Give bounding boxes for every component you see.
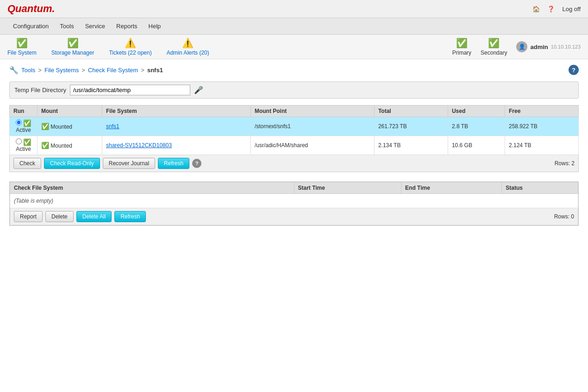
logo-quantum: Quantum bbox=[7, 3, 52, 14]
breadcrumb-checkfs[interactable]: Check File System bbox=[88, 67, 138, 74]
status-storage-manager: ✅ Storage Manager bbox=[51, 37, 94, 56]
nav-configuration[interactable]: Configuration bbox=[7, 19, 54, 33]
run-status: Active bbox=[16, 127, 31, 133]
fs-table: Run Mount File System Mount Point Total … bbox=[9, 105, 579, 155]
breadcrumb-filesystems[interactable]: File Systems bbox=[44, 67, 79, 74]
run-radio-cell: ✅ Active bbox=[10, 117, 38, 136]
check-table-wrap: Check File System Start Time End Time St… bbox=[9, 181, 579, 226]
mount-cell: ✅ Mounted bbox=[38, 117, 102, 136]
secondary-server-status: ✅ Secondary bbox=[481, 37, 507, 56]
run-radio[interactable] bbox=[16, 138, 22, 144]
content: 🔧 Tools > File Systems > Check File Syst… bbox=[0, 59, 588, 231]
admin-alerts-link[interactable]: Admin Alerts (20) bbox=[167, 50, 209, 56]
wrench-icon: 🔧 bbox=[9, 66, 19, 75]
mountpoint-cell: /stornext/snfs1 bbox=[250, 117, 374, 136]
nav-tools[interactable]: Tools bbox=[54, 19, 79, 33]
used-cell: 2.8 TB bbox=[448, 117, 505, 136]
temp-dir-input[interactable] bbox=[70, 85, 190, 95]
filesystem-link[interactable]: snfs1 bbox=[106, 123, 119, 130]
mountpoint-cell: /usr/adic/HAM/shared bbox=[250, 136, 374, 155]
secondary-label: Secondary bbox=[481, 50, 507, 56]
primary-ok-icon: ✅ bbox=[456, 37, 468, 49]
recover-journal-button[interactable]: Recover Journal bbox=[103, 158, 155, 169]
user-avatar: 👤 bbox=[516, 41, 527, 52]
temp-dir-label: Temp File Directory bbox=[14, 87, 66, 93]
help-link[interactable]: ❓ bbox=[547, 6, 555, 12]
home-icon: 🏠 bbox=[532, 6, 540, 12]
mount-ok-icon: ✅ bbox=[41, 142, 49, 149]
statusbar-left: ✅ File System ✅ Storage Manager ⚠️ Ticke… bbox=[7, 37, 209, 56]
free-cell: 2.124 TB bbox=[505, 136, 579, 155]
filesystem-link[interactable]: shared-SV1512CKD10803 bbox=[106, 142, 172, 149]
breadcrumb-tools[interactable]: Tools bbox=[21, 67, 35, 74]
col-used: Used bbox=[448, 106, 505, 117]
check-read-only-button[interactable]: Check Read-Only bbox=[44, 158, 100, 169]
nav-service[interactable]: Service bbox=[80, 19, 111, 33]
nav-reports[interactable]: Reports bbox=[111, 19, 143, 33]
col-mount: Mount bbox=[38, 106, 102, 117]
check-btn-row: Report Delete Delete All Refresh Rows: 0 bbox=[10, 208, 578, 225]
check-col-status: Status bbox=[502, 182, 578, 194]
storage-manager-ok-icon: ✅ bbox=[67, 37, 79, 49]
delete-all-button[interactable]: Delete All bbox=[76, 211, 112, 222]
col-filesystem: File System bbox=[102, 106, 251, 117]
fs-table-body: ✅ Active ✅ Mounted snfs1 /stornext/snfs1… bbox=[10, 117, 579, 155]
mic-icon[interactable]: 🎤 bbox=[194, 86, 203, 94]
status-filesystem: ✅ File System bbox=[7, 37, 37, 56]
run-radio[interactable] bbox=[16, 119, 22, 125]
topbar-right: 🏠 ❓ Log off bbox=[532, 6, 581, 12]
mount-status: Mounted bbox=[50, 124, 72, 130]
topbar: Quantum. 🏠 ❓ Log off bbox=[0, 0, 588, 18]
total-cell: 2.134 TB bbox=[374, 136, 448, 155]
breadcrumb-current: snfs1 bbox=[147, 67, 163, 74]
delete-button[interactable]: Delete bbox=[45, 211, 74, 222]
col-total: Total bbox=[374, 106, 448, 117]
home-link[interactable]: 🏠 bbox=[532, 6, 540, 12]
mount-cell: ✅ Mounted bbox=[38, 136, 102, 155]
filesystem-ok-icon: ✅ bbox=[16, 37, 28, 49]
status-admin-alerts: ⚠️ Admin Alerts (20) bbox=[167, 37, 209, 56]
page-help-button[interactable]: ? bbox=[569, 65, 579, 75]
primary-server-status: ✅ Primary bbox=[452, 37, 471, 56]
filesystem-link[interactable]: File System bbox=[7, 50, 37, 56]
filesystem-cell: shared-SV1512CKD10803 bbox=[102, 136, 251, 155]
statusbar-right: ✅ Primary ✅ Secondary 👤 admin 10.10.10.1… bbox=[452, 37, 581, 56]
fs-refresh-button[interactable]: Refresh bbox=[158, 158, 189, 169]
user-ip: 10.10.10.123 bbox=[551, 44, 581, 50]
check-col-fs: Check File System bbox=[10, 182, 294, 194]
check-rows-count: Rows: 0 bbox=[554, 213, 574, 220]
free-cell: 258.922 TB bbox=[505, 117, 579, 136]
used-cell: 10.6 GB bbox=[448, 136, 505, 155]
check-table: Check File System Start Time End Time St… bbox=[10, 182, 578, 208]
logoff-link[interactable]: Log off bbox=[562, 6, 581, 12]
check-table-empty-label: (Table is empty) bbox=[10, 194, 578, 208]
user-info: 👤 admin 10.10.10.123 bbox=[516, 41, 581, 52]
mount-ok-icon: ✅ bbox=[41, 123, 49, 130]
run-ok-icon: ✅ bbox=[23, 119, 31, 127]
check-col-start: Start Time bbox=[294, 182, 401, 194]
sep1: > bbox=[38, 67, 42, 74]
tickets-warning-icon: ⚠️ bbox=[125, 37, 136, 49]
col-free: Free bbox=[505, 106, 579, 117]
nav-help[interactable]: Help bbox=[143, 19, 167, 33]
check-refresh-button[interactable]: Refresh bbox=[114, 211, 146, 222]
fs-help-button[interactable]: ? bbox=[192, 159, 201, 168]
total-cell: 261.723 TB bbox=[374, 117, 448, 136]
fs-table-row[interactable]: ✅ Active ✅ Mounted shared-SV1512CKD10803… bbox=[10, 136, 579, 155]
username: admin bbox=[530, 44, 548, 50]
report-button[interactable]: Report bbox=[14, 211, 43, 222]
statusbar: ✅ File System ✅ Storage Manager ⚠️ Ticke… bbox=[0, 35, 588, 59]
breadcrumb: 🔧 Tools > File Systems > Check File Syst… bbox=[9, 65, 579, 75]
storage-manager-link[interactable]: Storage Manager bbox=[51, 50, 94, 56]
col-mountpoint: Mount Point bbox=[250, 106, 374, 117]
temp-dir-row: Temp File Directory 🎤 bbox=[9, 81, 579, 99]
logo: Quantum. bbox=[7, 3, 55, 15]
col-run: Run bbox=[10, 106, 38, 117]
tickets-link[interactable]: Tickets (22 open) bbox=[109, 50, 151, 56]
run-status: Active bbox=[16, 146, 31, 152]
fs-table-row[interactable]: ✅ Active ✅ Mounted snfs1 /stornext/snfs1… bbox=[10, 117, 579, 136]
admin-alerts-warning-icon: ⚠️ bbox=[182, 37, 194, 49]
check-button[interactable]: Check bbox=[13, 158, 41, 169]
status-tickets: ⚠️ Tickets (22 open) bbox=[109, 37, 151, 56]
filesystem-cell: snfs1 bbox=[102, 117, 251, 136]
